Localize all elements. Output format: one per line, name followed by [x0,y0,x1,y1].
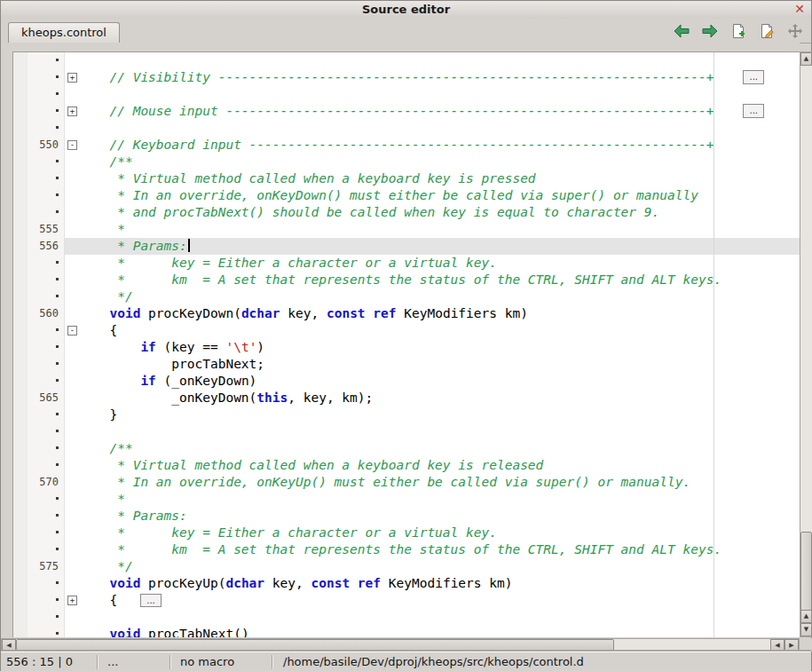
code-line[interactable]: 550- // Keyboard input -----------------… [13,137,800,154]
code-text[interactable]: // Mouse input -------------------------… [88,103,800,120]
code-text[interactable]: void procTabNext() [88,626,800,637]
code-text[interactable]: * Params: [88,508,800,525]
code-line[interactable]: procTabNext; [13,356,800,373]
code-line[interactable]: * key = Either a character or a virtual … [13,255,800,272]
code-line[interactable]: * km = A set that represents the status … [13,541,800,558]
code-text[interactable]: // Visibility --------------------------… [88,69,800,86]
code-text[interactable]: * key = Either a character or a virtual … [88,255,800,272]
code-line[interactable]: * and procTabNext() should be called whe… [13,204,800,221]
code-text[interactable]: */ [88,558,800,575]
fold-collapse-toggle[interactable]: - [67,140,77,150]
document-button[interactable] [729,22,747,40]
scroll-up-button[interactable]: ▲ [800,52,812,66]
code-line[interactable]: /** [13,440,800,457]
vertical-scrollbar-thumb[interactable] [800,532,812,611]
code-text[interactable]: void procKeyDown(dchar key, const ref Ke… [88,305,800,322]
code-line[interactable]: * Params: [13,508,800,525]
code-text[interactable] [88,120,800,137]
code-line[interactable] [13,120,800,137]
code-line[interactable]: + // Mouse input -----------------------… [13,103,800,120]
fold-expand-toggle[interactable]: + [67,73,77,83]
code-text[interactable]: _onKeyDown(this, key, km); [88,390,800,407]
vertical-scrollbar[interactable]: ▲ ▲ ▼ [800,51,812,637]
code-text[interactable]: /** [88,154,800,170]
tabbar: kheops.control [1,19,811,43]
code-line[interactable]: * Virtual method called when a keyboard … [13,457,800,474]
collapsed-fold-ellipsis[interactable]: ... [743,104,764,118]
code-text[interactable]: { [88,322,800,339]
code-line[interactable]: void procKeyUp(dchar key, const ref KeyM… [13,575,800,592]
code-line[interactable]: if (key == '\t') [13,339,800,356]
code-text[interactable]: if (key == '\t') [88,339,800,356]
code-line[interactable]: * Virtual method called when a keyboard … [13,170,800,187]
code-line[interactable]: 575 */ [13,558,800,575]
code-line[interactable]: if (_onKeyDown) [13,373,800,390]
code-line[interactable]: * In an override, onKeyDown() must eithe… [13,187,800,204]
code-line[interactable]: * km = A set that represents the status … [13,272,800,288]
code-line[interactable]: void procTabNext() [13,626,800,637]
code-text[interactable]: * Virtual method called when a keyboard … [88,170,800,187]
code-text[interactable]: * Virtual method called when a keyboard … [88,457,800,474]
code-line[interactable]: 565 _onKeyDown(this, key, km); [13,390,800,407]
code-text[interactable]: } [88,407,800,423]
horizontal-scrollbar-thumb[interactable] [16,639,614,651]
fold-expand-toggle[interactable]: + [67,107,77,116]
code-line[interactable]: + {... [13,592,800,609]
code-line[interactable]: /** [13,154,800,170]
code-text[interactable] [88,423,800,440]
code-text[interactable]: * km = A set that represents the status … [88,272,800,288]
code-line[interactable] [13,86,800,103]
code-line[interactable]: 555 * [13,221,800,238]
code-line[interactable]: 556 * Params: [13,238,800,255]
code-line[interactable]: } [13,407,800,423]
code-text[interactable]: * Params: [88,238,800,255]
code-line[interactable]: * key = Either a character or a virtual … [13,525,800,541]
go-back-button[interactable] [673,22,690,40]
code-line[interactable]: 570 * In an override, onKeyUp() must eit… [13,474,800,491]
horizontal-scrollbar[interactable]: ◀ ◀ ▶ [1,638,800,651]
code-text[interactable]: * key = Either a character or a virtual … [88,525,800,541]
line-number: 565 [28,390,65,407]
scroll-left-button-2[interactable]: ◀ [770,639,784,651]
code-text[interactable] [88,609,800,626]
code-text[interactable]: void procKeyUp(dchar key, const ref KeyM… [88,575,800,592]
collapsed-fold-ellipsis[interactable]: ... [743,70,764,84]
code-line[interactable] [13,609,800,626]
line-dot [56,379,59,382]
code-text[interactable]: if (_onKeyDown) [88,373,800,390]
code-text[interactable]: */ [88,288,800,305]
code-text[interactable]: * In an override, onKeyUp() must either … [88,474,800,491]
go-forward-button[interactable] [701,22,719,40]
code-text[interactable]: {... [88,592,800,609]
code-text[interactable]: * and procTabNext() should be called whe… [88,204,800,221]
close-button[interactable]: ✕ [792,1,807,18]
code-line[interactable]: + // Visibility ------------------------… [13,69,800,86]
fold-collapse-toggle[interactable]: - [67,326,77,336]
fold-expand-toggle[interactable]: + [67,596,77,605]
code-segment: * key = Either a character or a virtual … [94,256,497,270]
detach-button[interactable] [786,22,804,40]
code-line[interactable] [13,52,800,69]
scroll-left-button[interactable]: ◀ [2,639,16,651]
code-text[interactable]: * km = A set that represents the status … [88,541,800,558]
code-text[interactable]: * [88,221,800,238]
code-line[interactable]: 560 void procKeyDown(dchar key, const re… [13,305,800,322]
code-line[interactable]: * [13,491,800,508]
code-text[interactable]: * [88,491,800,508]
scroll-down-button[interactable]: ▼ [800,623,812,636]
document-edit-button[interactable] [758,22,776,40]
code-text[interactable] [88,86,800,103]
scroll-up-button-2[interactable]: ▲ [800,610,812,623]
scroll-right-button[interactable]: ▶ [784,639,799,651]
code-text[interactable]: * In an override, onKeyDown() must eithe… [88,187,800,204]
code-line[interactable]: */ [13,288,800,305]
code-text[interactable] [88,52,800,69]
code-text[interactable]: // Keyboard input ----------------------… [88,137,800,154]
collapsed-fold-ellipsis[interactable]: ... [140,594,162,607]
code-text[interactable]: procTabNext; [88,356,800,373]
code-text[interactable]: /** [88,440,800,457]
code-editor[interactable]: + // Visibility ------------------------… [12,51,800,637]
tab-kheops-control[interactable]: kheops.control [8,22,120,43]
code-line[interactable]: - { [13,322,800,339]
code-line[interactable] [13,423,800,440]
